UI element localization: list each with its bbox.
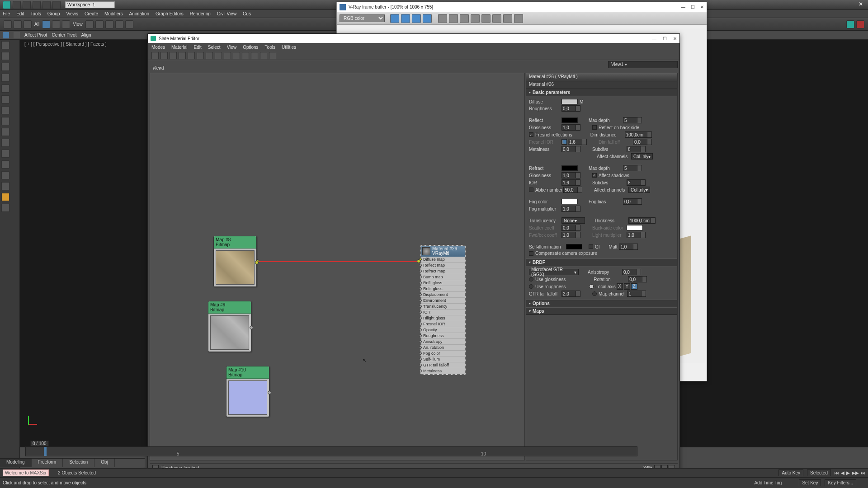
play-end-icon[interactable]: ⏭ (861, 470, 865, 475)
mat-slot-anisotropy[interactable]: Anisotropy (421, 339, 465, 345)
scatter-spinner[interactable] (561, 225, 580, 231)
fresnelior-spinner[interactable] (568, 139, 587, 145)
vray-mono-icon[interactable] (438, 14, 447, 23)
reflect-back-check[interactable] (592, 125, 597, 130)
fogmult-spinner[interactable] (561, 206, 580, 212)
autokey-button[interactable]: Auto Key (778, 469, 803, 476)
node-map8-output[interactable] (255, 261, 259, 264)
setkey-button[interactable]: Set Key (799, 479, 821, 486)
app-menu-icon[interactable] (3, 1, 11, 9)
slate-tb-12[interactable] (251, 52, 258, 59)
abbe-check[interactable] (529, 188, 533, 192)
vray-min-icon[interactable]: — (681, 5, 685, 9)
slate-tb-13[interactable] (260, 52, 267, 59)
node-map9-output[interactable] (250, 326, 253, 329)
vray-save-icon[interactable] (449, 14, 458, 23)
rollout-options[interactable]: Options (526, 300, 677, 307)
workspace-selector[interactable] (65, 1, 115, 8)
mat-slot-socket[interactable] (419, 305, 422, 308)
mat-slot-environment[interactable]: Environment (421, 298, 465, 304)
slate-tb-7[interactable] (206, 52, 213, 59)
mat-slot-socket[interactable] (419, 358, 422, 361)
mat-slot-socket[interactable] (419, 334, 422, 337)
rail-move[interactable] (1, 52, 9, 60)
rail-14[interactable] (1, 182, 9, 190)
vray-channel-select[interactable]: RGB color (340, 14, 385, 22)
refr-gloss-spinner[interactable] (561, 172, 580, 178)
vray-clear-icon[interactable] (460, 14, 469, 23)
mat-slot-socket[interactable] (419, 370, 422, 372)
slate-tb-10[interactable] (233, 52, 240, 59)
slate-titlebar[interactable]: Slate Material Editor — ☐ ✕ (148, 34, 679, 43)
menu-graph[interactable]: Graph Editors (156, 11, 184, 16)
rail-5[interactable] (1, 84, 9, 93)
center-pivot-button[interactable]: Center Pivot (52, 33, 76, 38)
redo-icon[interactable] (52, 1, 61, 9)
node-map9-header[interactable]: Map #9 Bitmap (208, 301, 251, 314)
menu-edit[interactable]: Edit (16, 11, 24, 16)
vray-b-icon[interactable] (423, 14, 432, 23)
mat-slot-socket[interactable] (419, 352, 422, 355)
refract-swatch[interactable] (561, 165, 578, 171)
refr-affectch-dropdown[interactable]: Col..nly ▾ (628, 187, 650, 193)
tool-select[interactable] (4, 20, 12, 28)
mat-slot-socket[interactable] (419, 264, 422, 267)
slate-tb-8[interactable] (215, 52, 222, 59)
mat-slot-diffuse-map[interactable]: Diffuse map (421, 257, 465, 263)
ribbon-btn1[interactable] (3, 32, 9, 38)
diffuse-swatch[interactable] (561, 99, 578, 104)
gtr-spinner[interactable] (561, 291, 580, 297)
mat-slot-bump-map[interactable]: Bump map (421, 274, 465, 280)
vray-max-icon[interactable]: ☐ (691, 5, 695, 9)
fogcolor-swatch[interactable] (561, 199, 578, 204)
use-gloss-radio[interactable] (529, 277, 533, 282)
tool-rotate[interactable] (52, 20, 60, 28)
tab-freeform[interactable]: Freeform (32, 459, 63, 467)
slate-tb-5[interactable] (188, 52, 195, 59)
fresnel-lock-icon[interactable]: L (561, 139, 567, 145)
rail-6[interactable] (1, 95, 9, 103)
menu-group[interactable]: Group (47, 11, 60, 16)
mat-slot-opacity[interactable]: Opacity (421, 327, 465, 333)
mat-slot-socket[interactable] (419, 276, 422, 278)
wire-map8-diffuse[interactable] (258, 261, 419, 262)
node-map8-header[interactable]: Map #8 Bitmap (214, 236, 256, 249)
vray-region-icon[interactable] (481, 14, 491, 23)
menu-views[interactable]: Views (66, 11, 79, 16)
mat-slot-socket[interactable] (419, 317, 422, 319)
mat-slot-fog-color[interactable]: Fog color (421, 351, 465, 357)
new-icon[interactable] (13, 1, 21, 9)
tool-angle[interactable] (95, 20, 104, 28)
use-rough-radio[interactable] (529, 284, 533, 289)
close-icon[interactable]: ✕ (856, 1, 865, 9)
tool-mirror[interactable] (105, 20, 113, 28)
lightmult-spinner[interactable] (627, 232, 646, 238)
rotation-spinner[interactable] (628, 276, 647, 282)
vray-cc-icon[interactable] (503, 14, 512, 23)
diffuse-map-btn[interactable]: M (580, 99, 583, 104)
mat-slot-socket[interactable] (419, 364, 422, 366)
rail-11[interactable] (1, 150, 9, 158)
slate-menu-utilities[interactable]: Utilities (282, 45, 296, 50)
mat-slot-socket[interactable] (419, 287, 422, 290)
play-prev-icon[interactable]: ◀ (841, 470, 844, 475)
slate-max-icon[interactable]: ☐ (663, 36, 667, 41)
mat-slot-socket[interactable] (419, 340, 422, 343)
tool-snap[interactable] (85, 20, 94, 28)
play-next-icon[interactable]: ▶▶ (852, 470, 859, 475)
slate-menu-options[interactable]: Options (243, 45, 258, 50)
tool-mat-editor[interactable] (125, 20, 133, 28)
affect-shadows-check[interactable] (592, 173, 597, 178)
slate-min-icon[interactable]: — (652, 36, 656, 41)
mat-slot-displacement[interactable]: Displacement (421, 292, 465, 298)
mat-slot-socket[interactable] (419, 258, 422, 261)
mat-slot-translucency[interactable]: Translucency (421, 304, 465, 310)
tool-align[interactable] (115, 20, 123, 28)
abbe-spinner[interactable] (563, 187, 582, 193)
mat-slot-socket[interactable] (419, 299, 422, 302)
mat-slot-socket[interactable] (419, 282, 422, 284)
tab-obj[interactable]: Obj (94, 459, 115, 467)
backside-swatch[interactable] (627, 225, 643, 230)
slate-tb-1[interactable] (151, 52, 159, 59)
slate-tb-4[interactable] (179, 52, 186, 59)
